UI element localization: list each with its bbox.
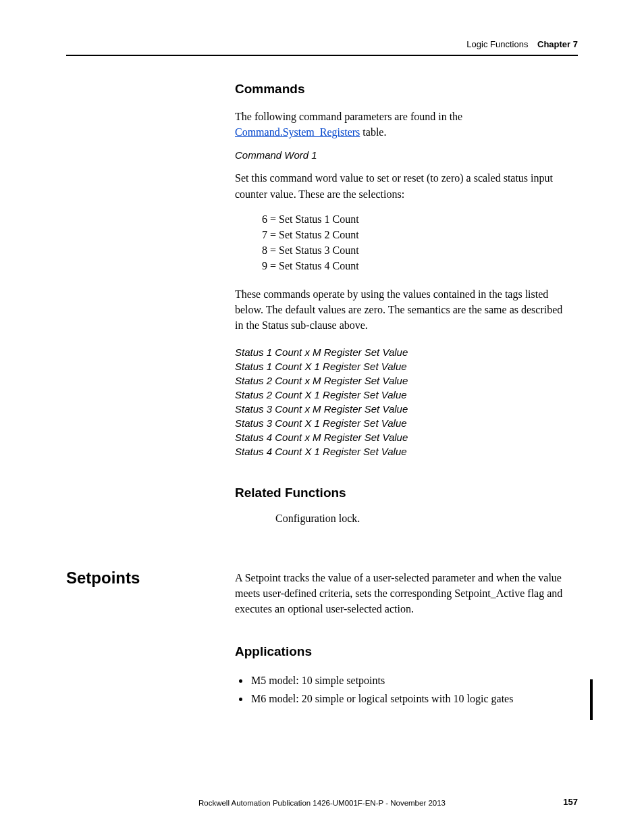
footer-publication: Rockwell Automation Publication 1426-UM0… — [198, 799, 446, 807]
commands-heading: Commands — [235, 82, 566, 97]
command-word-1-body: Set this command word value to set or re… — [235, 170, 566, 201]
register-item: Status 3 Count x M Register Set Value — [235, 402, 566, 416]
applications-list: M5 model: 10 simple setpoints M6 model: … — [238, 671, 566, 708]
selection-item: 9 = Set Status 4 Count — [262, 258, 566, 273]
register-item: Status 4 Count x M Register Set Value — [235, 430, 566, 444]
selection-item: 6 = Set Status 1 Count — [262, 211, 566, 227]
related-functions-section: Related Functions Configuration lock. — [235, 486, 566, 525]
commands-intro-prefix: The following command parameters are fou… — [235, 111, 462, 122]
commands-intro: The following command parameters are fou… — [235, 109, 566, 140]
register-list: Status 1 Count x M Register Set Value St… — [235, 345, 566, 459]
header-rule — [66, 55, 578, 56]
content-area: Commands The following command parameter… — [66, 82, 578, 708]
command-word-1-heading: Command Word 1 — [235, 149, 566, 161]
setpoints-section: Setpoints A Setpoint tracks the value of… — [66, 569, 578, 708]
running-header: Logic Functions Chapter 7 — [66, 39, 578, 55]
selection-item: 7 = Set Status 2 Count — [262, 227, 566, 242]
register-item: Status 2 Count x M Register Set Value — [235, 373, 566, 388]
setpoints-side-heading: Setpoints — [66, 569, 235, 588]
header-chapter: Chapter 7 — [537, 39, 578, 49]
commands-intro-link[interactable]: Command.System_Registers — [235, 126, 360, 138]
applications-section: Applications M5 model: 10 simple setpoin… — [235, 644, 566, 708]
commands-intro-suffix: table. — [360, 126, 386, 138]
register-item: Status 1 Count X 1 Register Set Value — [235, 359, 566, 373]
related-heading: Related Functions — [235, 486, 566, 500]
register-item: Status 2 Count X 1 Register Set Value — [235, 388, 566, 402]
applications-heading: Applications — [235, 644, 566, 659]
register-item: Status 3 Count X 1 Register Set Value — [235, 416, 566, 430]
footer-page-number: 157 — [563, 797, 578, 807]
page-container: Logic Functions Chapter 7 Commands The f… — [0, 0, 644, 834]
command-selections: 6 = Set Status 1 Count 7 = Set Status 2 … — [262, 211, 566, 274]
selection-item: 8 = Set Status 3 Count — [262, 242, 566, 258]
applications-item: M6 model: 20 simple or logical setpoints… — [250, 689, 566, 708]
commands-section: Commands The following command parameter… — [66, 82, 578, 525]
change-bar-icon — [590, 679, 593, 720]
page-footer: Rockwell Automation Publication 1426-UM0… — [66, 799, 578, 807]
applications-item: M5 model: 10 simple setpoints — [250, 671, 566, 689]
header-breadcrumb: Logic Functions — [466, 39, 528, 49]
register-item: Status 4 Count X 1 Register Set Value — [235, 444, 566, 459]
commands-after-selections: These commands operate by using the valu… — [235, 286, 566, 334]
setpoints-body: A Setpoint tracks the value of a user-se… — [235, 570, 566, 617]
related-body: Configuration lock. — [275, 513, 566, 525]
register-item: Status 1 Count x M Register Set Value — [235, 345, 566, 359]
